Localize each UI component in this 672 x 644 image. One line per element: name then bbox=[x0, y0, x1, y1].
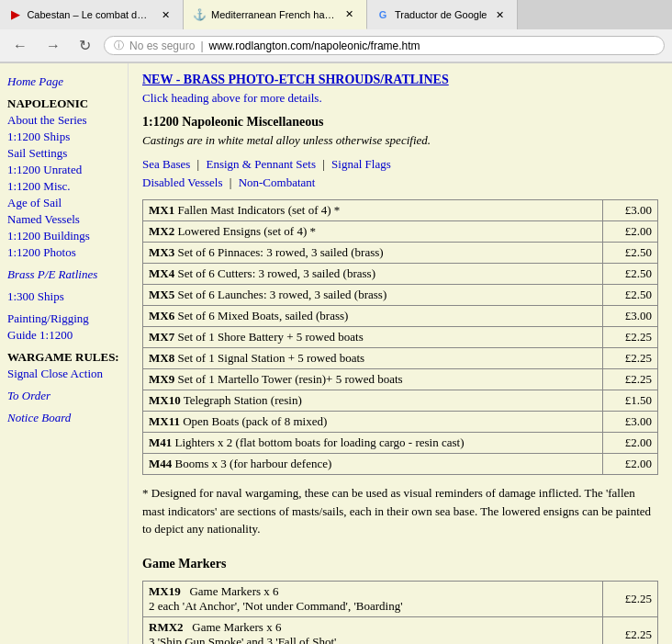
product-code-desc: MX1 Fallen Mast Indicators (set of 4) * bbox=[143, 200, 603, 221]
table-row: MX1 Fallen Mast Indicators (set of 4) * … bbox=[143, 200, 658, 221]
product-price: £2.00 bbox=[603, 454, 658, 475]
product-code-desc: M44 Booms x 3 (for harbour defence) bbox=[143, 454, 603, 475]
translate-favicon: G bbox=[376, 8, 389, 21]
sidebar-item-photos[interactable]: 1:1200 Photos bbox=[7, 245, 120, 260]
product-code-desc: MX10 Telegraph Station (resin) bbox=[143, 390, 603, 412]
product-price: £2.25 bbox=[603, 348, 658, 369]
sep-2: | bbox=[322, 157, 325, 171]
product-price: £3.00 bbox=[603, 306, 658, 327]
product-price: £2.50 bbox=[603, 243, 658, 264]
table-row: MX4 Set of 6 Cutters: 3 rowed, 3 sailed … bbox=[143, 264, 658, 285]
url-display: www.rodlangton.com/napoleonic/frame.htm bbox=[209, 40, 420, 52]
sidebar-item-age-sail[interactable]: Age of Sail bbox=[7, 196, 120, 210]
sub-heading: Click heading above for more details. bbox=[142, 91, 658, 106]
anchor-favicon: ⚓ bbox=[193, 8, 206, 21]
sidebar-item-home[interactable]: Home Page bbox=[7, 74, 120, 89]
game-markers-title: Game Markers bbox=[142, 557, 658, 571]
security-label: No es seguro bbox=[129, 40, 195, 52]
sidebar-item-order[interactable]: To Order bbox=[7, 389, 120, 403]
table-row: MX10 Telegraph Station (resin) £1.50 bbox=[143, 390, 658, 412]
table-row: MX11 Open Boats (pack of 8 mixed) £3.00 bbox=[143, 412, 658, 433]
youtube-favicon: ▶ bbox=[9, 8, 21, 21]
sidebar-item-300[interactable]: 1:300 Ships bbox=[7, 289, 120, 304]
product-price: £2.00 bbox=[603, 221, 658, 243]
table-row: MX6 Set of 6 Mixed Boats, sailed (brass)… bbox=[143, 306, 658, 327]
product-price: £2.50 bbox=[603, 285, 658, 306]
marker-desc: MX19 Game Markers x 6 2 each 'At Anchor'… bbox=[143, 581, 603, 616]
tab-traductor-title: Traductor de Google bbox=[395, 9, 487, 20]
marker-table: MX19 Game Markers x 6 2 each 'At Anchor'… bbox=[142, 581, 658, 645]
link-sea-bases[interactable]: Sea Bases bbox=[142, 157, 190, 171]
link-ensign[interactable]: Ensign & Pennant Sets bbox=[206, 157, 316, 171]
sidebar-item-about[interactable]: About the Series bbox=[7, 113, 120, 128]
product-table: MX1 Fallen Mast Indicators (set of 4) * … bbox=[142, 199, 658, 475]
sep-3: | bbox=[230, 175, 232, 189]
section-title: 1:1200 Napoleonic Miscellaneous bbox=[142, 115, 658, 130]
tab-cabestan[interactable]: ▶ Cabestan – Le combat de la l ✕ bbox=[0, 0, 184, 29]
url-separator: | bbox=[200, 40, 203, 52]
main-content: NEW - BRASS PHOTO-ETCH SHROUDS/RATLINES … bbox=[129, 63, 672, 644]
marker-desc: RMX2 Game Markers x 6 3 'Ship Gun Smoke'… bbox=[143, 616, 603, 644]
sidebar-item-guide[interactable]: Guide 1:1200 bbox=[7, 328, 120, 343]
sidebar-item-signal[interactable]: Signal Close Action bbox=[7, 367, 120, 381]
marker-row: MX19 Game Markers x 6 2 each 'At Anchor'… bbox=[143, 581, 658, 616]
product-code-desc: MX6 Set of 6 Mixed Boats, sailed (brass) bbox=[143, 306, 603, 327]
link-disabled[interactable]: Disabled Vessels bbox=[142, 175, 223, 189]
table-row: M44 Booms x 3 (for harbour defence) £2.0… bbox=[143, 454, 658, 475]
tab-traductor-close[interactable]: ✕ bbox=[492, 7, 508, 23]
refresh-button[interactable]: ↻ bbox=[73, 35, 96, 56]
product-price: £2.25 bbox=[603, 327, 658, 348]
tab-cabestan-close[interactable]: ✕ bbox=[158, 7, 174, 23]
sep-1: | bbox=[197, 157, 200, 171]
tab-cabestan-title: Cabestan – Le combat de la l bbox=[27, 9, 152, 20]
sidebar: Home Page NAPOLEONIC About the Series 1:… bbox=[0, 63, 129, 644]
main-heading[interactable]: NEW - BRASS PHOTO-ETCH SHROUDS/RATLINES bbox=[142, 73, 658, 87]
address-bar[interactable]: ⓘ No es seguro | www.rodlangton.com/napo… bbox=[104, 36, 665, 55]
sidebar-item-painting[interactable]: Painting/Rigging bbox=[7, 311, 120, 326]
product-price: £2.50 bbox=[603, 264, 658, 285]
sidebar-item-misc[interactable]: 1:1200 Misc. bbox=[7, 179, 120, 194]
sidebar-item-unrated[interactable]: 1:1200 Unrated bbox=[7, 163, 120, 177]
sidebar-item-brass[interactable]: Brass P/E Ratlines bbox=[7, 267, 120, 282]
browser-chrome: ▶ Cabestan – Le combat de la l ✕ ⚓ Medit… bbox=[0, 0, 672, 63]
table-row: MX7 Set of 1 Shore Battery + 5 rowed boa… bbox=[143, 327, 658, 348]
product-code-desc: MX3 Set of 6 Pinnaces: 3 rowed, 3 sailed… bbox=[143, 243, 603, 264]
product-code-desc: MX8 Set of 1 Signal Station + 5 rowed bo… bbox=[143, 348, 603, 369]
product-price: £3.00 bbox=[603, 200, 658, 221]
nav-bar: ← → ↻ ⓘ No es seguro | www.rodlangton.co… bbox=[0, 29, 672, 62]
marker-price: £2.25 bbox=[603, 581, 658, 616]
sidebar-item-buildings[interactable]: 1:1200 Buildings bbox=[7, 229, 120, 243]
links-row-2: Disabled Vessels | Non-Combatant bbox=[142, 175, 658, 190]
marker-row: RMX2 Game Markers x 6 3 'Ship Gun Smoke'… bbox=[143, 616, 658, 644]
tab-mediterranean[interactable]: ⚓ Mediterranean French harbor ✕ bbox=[184, 0, 367, 29]
table-row: MX3 Set of 6 Pinnaces: 3 rowed, 3 sailed… bbox=[143, 243, 658, 264]
product-code-desc: M41 Lighters x 2 (flat bottom boats for … bbox=[143, 433, 603, 454]
product-code-desc: MX9 Set of 1 Martello Tower (resin)+ 5 r… bbox=[143, 369, 603, 390]
section-note: Castings are in white metal alloy unless… bbox=[142, 133, 658, 148]
marker-price: £2.25 bbox=[603, 616, 658, 644]
back-button[interactable]: ← bbox=[7, 36, 33, 56]
product-code-desc: MX11 Open Boats (pack of 8 mixed) bbox=[143, 412, 603, 433]
forward-button[interactable]: → bbox=[40, 36, 66, 56]
product-code-desc: MX4 Set of 6 Cutters: 3 rowed, 3 sailed … bbox=[143, 264, 603, 285]
table-row: MX5 Set of 6 Launches: 3 rowed, 3 sailed… bbox=[143, 285, 658, 306]
product-code-desc: MX7 Set of 1 Shore Battery + 5 rowed boa… bbox=[143, 327, 603, 348]
page-container: Home Page NAPOLEONIC About the Series 1:… bbox=[0, 63, 672, 644]
tab-mediterranean-title: Mediterranean French harbor bbox=[211, 9, 336, 20]
sidebar-item-notice[interactable]: Notice Board bbox=[7, 411, 120, 425]
links-row-1: Sea Bases | Ensign & Pennant Sets | Sign… bbox=[142, 157, 658, 172]
product-price: £2.25 bbox=[603, 369, 658, 390]
product-price: £3.00 bbox=[603, 412, 658, 433]
sidebar-wargame-label: WARGAME RULES: bbox=[7, 350, 119, 364]
product-code-desc: MX2 Lowered Ensigns (set of 4) * bbox=[143, 221, 603, 243]
sidebar-item-sail[interactable]: Sail Settings bbox=[7, 146, 120, 161]
product-price: £2.00 bbox=[603, 433, 658, 454]
sidebar-napoleonic-title: NAPOLEONIC bbox=[7, 96, 120, 111]
sidebar-item-named[interactable]: Named Vessels bbox=[7, 212, 120, 227]
link-signal-flags[interactable]: Signal Flags bbox=[331, 157, 391, 171]
link-non-combatant[interactable]: Non-Combatant bbox=[239, 175, 316, 189]
tab-mediterranean-close[interactable]: ✕ bbox=[342, 6, 357, 22]
sidebar-item-ships[interactable]: 1:1200 Ships bbox=[7, 130, 120, 144]
footnote: * Designed for naval wargaming, these ca… bbox=[142, 484, 658, 538]
tab-traductor[interactable]: G Traductor de Google ✕ bbox=[367, 0, 518, 29]
